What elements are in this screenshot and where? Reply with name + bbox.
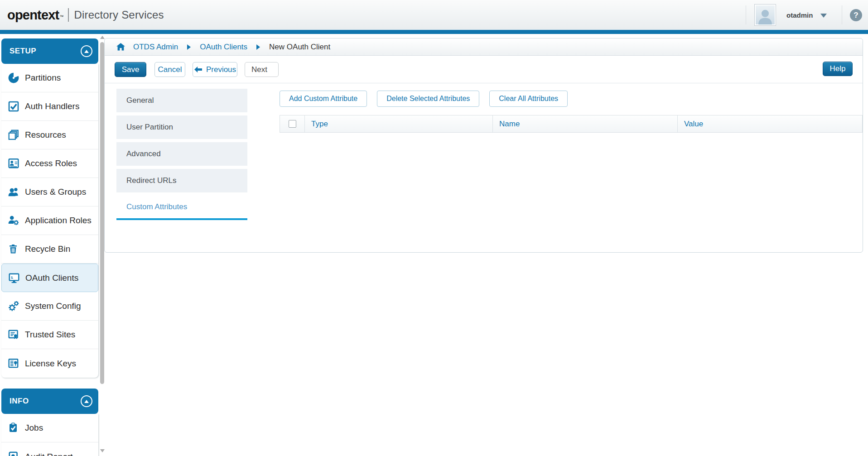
logo-wordmark: opentext (7, 8, 59, 23)
opentext-logo: opentext™ Directory Services (7, 0, 164, 30)
sidebar-item-label: System Config (25, 301, 81, 311)
sidebar-item-resources[interactable]: Resources (1, 121, 98, 149)
header-divider (746, 5, 746, 24)
license-keys-icon (8, 358, 21, 370)
sidebar: SETUP Partitions Auth Handlers Resources (1, 38, 98, 456)
previous-button-label: Previous (206, 65, 236, 74)
breadcrumb-separator-icon (256, 44, 260, 50)
select-all-checkbox[interactable] (289, 120, 296, 128)
sidebar-item-label: License Keys (25, 359, 76, 369)
save-button[interactable]: Save (115, 62, 146, 77)
scrollbar-thumb[interactable] (100, 42, 104, 384)
tab-user-partition[interactable]: User Partition (116, 115, 247, 139)
access-roles-icon (8, 158, 21, 169)
header-user-area: otadmin ? (746, 0, 868, 30)
table-header-row: Type Name Value (280, 115, 863, 133)
arrow-left-icon (194, 66, 203, 73)
custom-attributes-table: Type Name Value (280, 115, 863, 133)
sidebar-item-label: Jobs (25, 423, 43, 433)
sidebar-item-label: Audit Report (25, 452, 73, 456)
person-silhouette-icon (756, 6, 775, 25)
main-panel: OTDS Admin OAuth Clients New OAuth Clien… (104, 38, 863, 253)
toolbar: Save Cancel Previous Next Help (105, 56, 863, 83)
sidebar-item-application-roles[interactable]: Application Roles (1, 206, 98, 235)
audit-report-icon (8, 451, 21, 456)
sidebar-item-label: Auth Handlers (25, 101, 79, 111)
oauth-clients-icon (8, 272, 22, 284)
accent-bar (0, 30, 868, 34)
collapse-section-icon[interactable] (81, 395, 92, 407)
column-header-name[interactable]: Name (492, 115, 677, 132)
application-roles-icon (8, 215, 21, 226)
breadcrumb-link-oauth-clients[interactable]: OAuth Clients (200, 43, 247, 52)
sidebar-item-jobs[interactable]: Jobs (1, 414, 98, 442)
product-title: Directory Services (74, 9, 164, 21)
tab-general[interactable]: General (116, 89, 247, 112)
chevron-down-icon[interactable] (820, 14, 827, 18)
scroll-up-icon[interactable] (100, 36, 105, 39)
collapse-section-icon[interactable] (81, 45, 92, 57)
info-section-title: INFO (10, 397, 29, 406)
tab-advanced[interactable]: Advanced (116, 142, 247, 166)
recycle-bin-icon (8, 243, 21, 255)
trusted-sites-icon (8, 329, 21, 341)
column-header-value[interactable]: Value (677, 115, 862, 132)
users-groups-icon (8, 186, 21, 198)
sidebar-item-partitions[interactable]: Partitions (1, 64, 98, 92)
sidebar-item-label: Access Roles (25, 158, 77, 168)
previous-button[interactable]: Previous (193, 62, 237, 77)
avatar[interactable] (754, 4, 776, 26)
tab-custom-attributes[interactable]: Custom Attributes (116, 196, 247, 220)
sidebar-section-setup[interactable]: SETUP (1, 38, 98, 64)
sidebar-item-users-groups[interactable]: Users & Groups (1, 178, 98, 206)
delete-selected-attributes-button[interactable]: Delete Selected Attributes (377, 91, 479, 107)
help-icon[interactable]: ? (850, 9, 862, 21)
add-custom-attribute-button[interactable]: Add Custom Attribute (280, 91, 367, 107)
sidebar-item-trusted-sites[interactable]: Trusted Sites (1, 321, 98, 349)
breadcrumb-link-otds-admin[interactable]: OTDS Admin (133, 43, 178, 52)
setup-items-panel: Partitions Auth Handlers Resources Acces… (1, 64, 98, 378)
app-header: opentext™ Directory Services otadmin ? (0, 0, 868, 30)
scroll-down-icon[interactable] (100, 449, 105, 452)
help-button[interactable]: Help (823, 62, 853, 76)
sidebar-item-license-keys[interactable]: License Keys (1, 349, 98, 378)
sidebar-item-audit-report[interactable]: Audit Report (1, 442, 98, 456)
sidebar-item-label: OAuth Clients (25, 273, 78, 283)
info-items-panel: Jobs Audit Report (1, 414, 98, 456)
sidebar-item-label: Users & Groups (25, 187, 86, 197)
sidebar-item-system-config[interactable]: System Config (1, 292, 98, 321)
cancel-button[interactable]: Cancel (154, 62, 185, 77)
auth-handlers-icon (8, 101, 21, 112)
breadcrumb-current: New OAuth Client (269, 43, 330, 52)
sidebar-section-info[interactable]: INFO (1, 389, 98, 414)
sidebar-gap (1, 378, 98, 389)
arrow-up-icon (84, 50, 89, 53)
sidebar-item-label: Application Roles (25, 216, 92, 226)
breadcrumb-separator-icon (187, 44, 191, 50)
sidebar-item-auth-handlers[interactable]: Auth Handlers (1, 92, 98, 121)
section-tabs: General User Partition Advanced Redirect… (116, 89, 247, 223)
tab-redirect-urls[interactable]: Redirect URLs (116, 169, 247, 192)
user-menu-label[interactable]: otadmin (786, 11, 813, 19)
header-divider (842, 5, 842, 24)
clear-all-attributes-button[interactable]: Clear All Attributes (489, 91, 568, 107)
sidebar-item-label: Trusted Sites (25, 330, 75, 340)
arrow-up-icon (84, 400, 89, 403)
resources-icon (8, 129, 21, 141)
sidebar-item-label: Resources (25, 130, 66, 140)
home-icon[interactable] (116, 43, 125, 51)
sidebar-item-oauth-clients[interactable]: OAuth Clients (1, 264, 98, 292)
custom-attributes-toolbar: Add Custom Attribute Delete Selected Att… (280, 91, 568, 107)
sidebar-item-recycle-bin[interactable]: Recycle Bin (1, 235, 98, 264)
breadcrumb: OTDS Admin OAuth Clients New OAuth Clien… (105, 38, 863, 56)
system-config-icon (8, 300, 21, 312)
sidebar-item-label: Recycle Bin (25, 244, 70, 254)
oauth-client-content: General User Partition Advanced Redirect… (105, 83, 863, 253)
select-all-cell (280, 115, 304, 132)
sidebar-item-access-roles[interactable]: Access Roles (1, 149, 98, 178)
column-header-type[interactable]: Type (304, 115, 492, 132)
setup-section-title: SETUP (10, 47, 36, 56)
logo-divider (68, 8, 69, 22)
jobs-icon (8, 422, 21, 434)
next-button[interactable]: Next (245, 62, 279, 77)
